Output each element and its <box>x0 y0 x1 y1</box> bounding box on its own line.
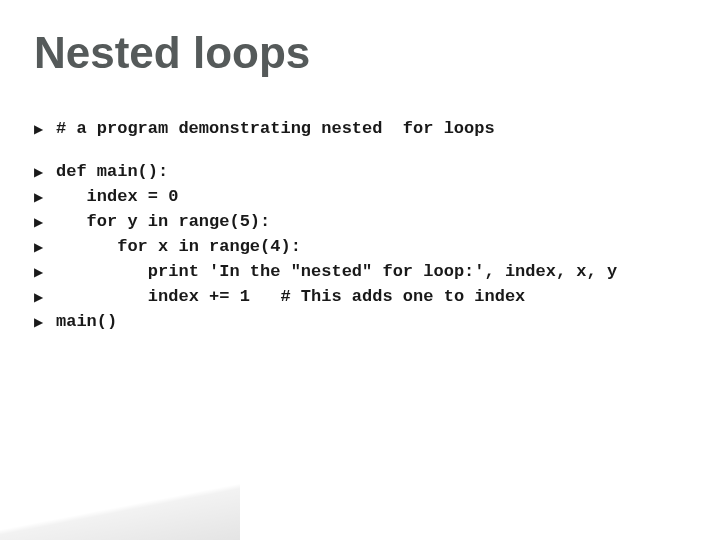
code-text: index = 0 <box>56 186 670 209</box>
bullet-icon: ▶ <box>34 161 56 180</box>
bullet-icon: ▶ <box>34 261 56 280</box>
code-text: for x in range(4): <box>56 236 670 259</box>
bullet-icon: ▶ <box>34 311 56 330</box>
bullet-icon: ▶ <box>34 286 56 305</box>
bullet-icon: ▶ <box>34 118 56 137</box>
code-line: ▶ index += 1 # This adds one to index <box>34 286 670 309</box>
code-line: ▶main() <box>34 311 670 334</box>
code-line: ▶ for x in range(4): <box>34 236 670 259</box>
bullet-icon: ▶ <box>34 186 56 205</box>
slide: Nested loops ▶# a program demonstrating … <box>0 0 720 540</box>
code-text: # a program demonstrating nested for loo… <box>56 118 670 141</box>
slide-title: Nested loops <box>34 28 310 78</box>
blank-gap <box>34 143 670 161</box>
code-line: ▶ print 'In the "nested" for loop:', ind… <box>34 261 670 284</box>
code-text: for y in range(5): <box>56 211 670 234</box>
bullet-icon: ▶ <box>34 236 56 255</box>
code-text: index += 1 # This adds one to index <box>56 286 670 309</box>
code-text: print 'In the "nested" for loop:', index… <box>56 261 670 284</box>
code-line: ▶ index = 0 <box>34 186 670 209</box>
code-line: ▶# a program demonstrating nested for lo… <box>34 118 670 141</box>
slide-content: ▶# a program demonstrating nested for lo… <box>34 118 670 336</box>
code-text: main() <box>56 311 670 334</box>
code-line: ▶def main(): <box>34 161 670 184</box>
code-text: def main(): <box>56 161 670 184</box>
code-line: ▶ for y in range(5): <box>34 211 670 234</box>
bullet-icon: ▶ <box>34 211 56 230</box>
decorative-wedge <box>0 444 240 540</box>
